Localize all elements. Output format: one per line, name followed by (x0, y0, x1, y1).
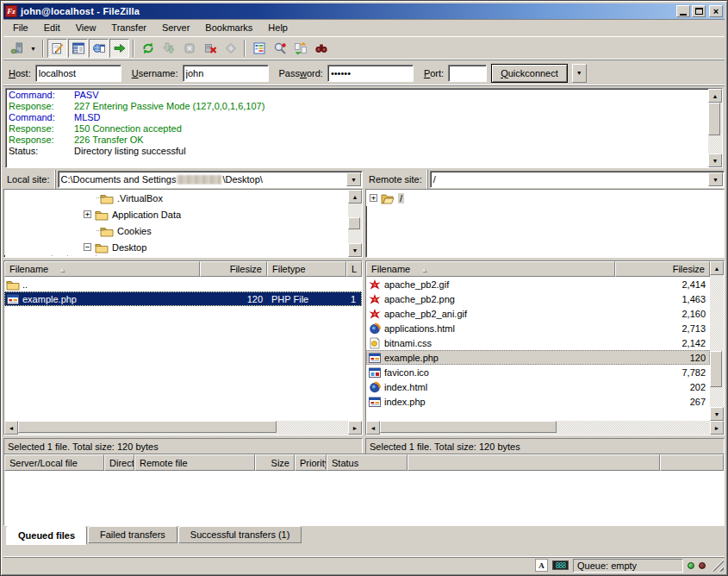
log-line: Command:PASV (9, 90, 708, 101)
menu-view[interactable]: View (68, 20, 104, 35)
maximize-button[interactable] (692, 5, 706, 17)
scroll-right-button[interactable]: ► (348, 421, 362, 435)
filter-button[interactable] (249, 39, 269, 58)
local-path-value: C:\Documents and Settings\Desktop\ (59, 174, 345, 185)
tab-failed-transfers[interactable]: Failed transfers (88, 526, 177, 543)
scroll-up-button[interactable]: ▲ (710, 261, 724, 275)
file-row[interactable]: favicon.ico 7,782 (366, 365, 710, 379)
collapse-icon[interactable]: − (84, 243, 91, 251)
local-path-combo[interactable]: C:\Documents and Settings\Desktop\ ▼ (58, 171, 363, 188)
local-path-dropdown[interactable]: ▼ (346, 172, 361, 186)
column-header-server-local-file[interactable]: Server/Local file (4, 454, 104, 471)
username-input[interactable] (183, 65, 269, 82)
message-log-scrollbar[interactable]: ▲ ▼ (708, 89, 722, 167)
tree-item-virtualbox[interactable]: .VirtualBox (4, 190, 348, 206)
reconnect-button[interactable] (221, 39, 240, 58)
remote-path-combo[interactable]: / ▼ (430, 171, 725, 188)
scroll-up-button[interactable]: ▲ (708, 89, 722, 103)
expand-icon[interactable]: + (84, 210, 91, 218)
toggle-remote-tree-button[interactable] (89, 39, 109, 58)
file-row[interactable]: apache_pb2.png 1,463 (366, 291, 710, 306)
menu-help[interactable]: Help (260, 20, 296, 35)
compare-button[interactable] (270, 39, 289, 58)
scroll-left-button[interactable]: ◄ (4, 421, 18, 435)
scrollbar-thumb[interactable] (348, 217, 360, 229)
scrollbar-thumb[interactable] (18, 421, 277, 433)
column-header-priority[interactable]: Priority (295, 454, 327, 471)
menu-server[interactable]: Server (154, 20, 197, 35)
message-log-icon (51, 41, 65, 55)
local-list-hscrollbar[interactable]: ◄ ► (4, 421, 362, 435)
synchronized-browsing-button[interactable] (290, 39, 310, 58)
expand-icon[interactable]: + (370, 194, 377, 202)
file-row[interactable]: index.php 267 (366, 394, 710, 409)
local-tree-scrollbar[interactable]: ▲ ▼ (348, 190, 362, 257)
column-header-lastmodified[interactable]: L (346, 261, 362, 277)
host-input[interactable] (35, 65, 121, 82)
log-line: Response:226 Transfer OK (9, 135, 708, 146)
tree-item-desktop[interactable]: − Desktop (4, 239, 348, 255)
file-row[interactable]: apache_pb2.gif 2,414 (366, 277, 710, 291)
toggle-local-tree-button[interactable] (68, 39, 88, 58)
queue-list-area[interactable] (4, 471, 724, 525)
password-input[interactable] (327, 65, 414, 82)
title-bar[interactable]: Fz john@localhost - FileZilla × (3, 3, 725, 19)
scrollbar-thumb[interactable] (708, 103, 720, 135)
site-manager-button[interactable] (7, 39, 27, 58)
column-header-status[interactable]: Status (327, 454, 408, 471)
tree-item-application-data[interactable]: + Application Data (4, 206, 348, 222)
remote-list-scrollbar[interactable]: ▲ ▼ (710, 261, 724, 421)
parent-directory-row[interactable]: .. (4, 277, 362, 291)
scroll-up-button[interactable]: ▲ (348, 190, 362, 203)
column-header-filetype[interactable]: Filetype (267, 261, 346, 277)
toggle-message-log-button[interactable] (47, 39, 67, 58)
remote-path-dropdown[interactable]: ▼ (708, 172, 723, 186)
column-header-remote-file[interactable]: Remote file (134, 454, 255, 471)
file-row[interactable]: apache_pb2_ani.gif 2,160 (366, 306, 710, 321)
close-button[interactable]: × (709, 5, 723, 17)
tab-successful-transfers[interactable]: Successful transfers (1) (178, 526, 302, 543)
column-header-direction[interactable]: Directi... (104, 454, 134, 471)
toggle-queue-button[interactable] (109, 39, 129, 58)
column-header-filesize[interactable]: Filesize (615, 261, 710, 277)
scroll-down-button[interactable]: ▼ (348, 243, 362, 257)
process-queue-button[interactable] (159, 39, 178, 58)
file-row[interactable]: index.html 202 (366, 379, 710, 394)
scrollbar-thumb[interactable] (710, 351, 722, 387)
transfer-type-ascii-icon[interactable]: A (535, 559, 548, 572)
speed-limits-icon[interactable]: 888 (552, 560, 569, 570)
scroll-down-button[interactable]: ▼ (708, 153, 722, 167)
remote-list-hscrollbar[interactable]: ◄ ► (366, 421, 724, 435)
column-header-size[interactable]: Size (255, 454, 295, 471)
site-manager-dropdown[interactable]: ▼ (28, 39, 39, 58)
file-row-example-php[interactable]: example.php 120 PHP File 1 (4, 291, 362, 306)
scroll-down-button[interactable]: ▼ (710, 407, 724, 421)
cancel-button[interactable] (179, 39, 199, 58)
refresh-button[interactable] (138, 39, 158, 58)
menu-bookmarks[interactable]: Bookmarks (197, 20, 260, 35)
resize-grip[interactable] (712, 560, 724, 572)
file-row[interactable]: bitnami.css 2,142 (366, 335, 710, 350)
tab-queued-files[interactable]: Queued files (6, 526, 87, 545)
menu-file[interactable]: File (5, 20, 36, 35)
file-row-example-php[interactable]: example.php 120 (366, 350, 710, 365)
disconnect-button[interactable] (200, 39, 220, 58)
column-header-filesize[interactable]: Filesize (200, 261, 267, 277)
toolbar: ▼ (3, 37, 725, 60)
column-header-filename[interactable]: Filename▲ (4, 261, 200, 277)
scroll-right-button[interactable]: ► (710, 421, 724, 435)
scroll-left-button[interactable]: ◄ (366, 421, 380, 435)
find-files-button[interactable] (311, 39, 331, 58)
quickconnect-button[interactable]: Quickconnect (491, 64, 568, 83)
column-header-filename[interactable]: Filename▲ (366, 261, 615, 277)
file-row[interactable]: applications.html 2,713 (366, 321, 710, 335)
quickconnect-dropdown[interactable]: ▼ (572, 64, 587, 83)
scrollbar-thumb[interactable] (380, 421, 557, 433)
tree-item-cookies[interactable]: Cookies (4, 222, 348, 239)
menu-transfer[interactable]: Transfer (103, 20, 154, 35)
minimize-button[interactable] (676, 5, 690, 17)
menu-edit[interactable]: Edit (36, 20, 68, 35)
port-input[interactable] (448, 65, 487, 82)
tree-item-root[interactable]: + / (366, 190, 724, 206)
folder-icon (95, 209, 109, 221)
